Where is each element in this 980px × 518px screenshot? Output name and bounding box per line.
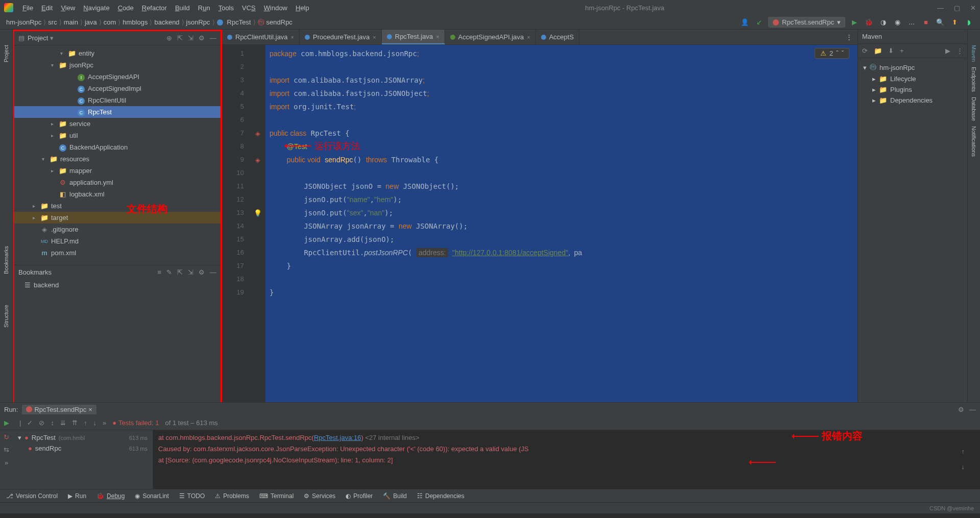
run-icon[interactable]: ▶: [945, 47, 950, 55]
main-menu[interactable]: File Edit View Navigate Code Refactor Bu…: [19, 3, 312, 13]
maximize-icon[interactable]: ▢: [954, 4, 960, 12]
tree-item[interactable]: ▾📁entity: [14, 47, 220, 59]
tree-item[interactable]: ◈.gitignore: [14, 224, 220, 235]
menu-file[interactable]: File: [19, 3, 36, 13]
menu-tools[interactable]: Tools: [215, 3, 237, 13]
maven-dependencies[interactable]: ▸📁Dependencies: [861, 95, 964, 106]
tree-item[interactable]: ▾📁jsonRpc: [14, 59, 220, 71]
bottom-tool-stripe[interactable]: ⎇Version Control▶Run🐞Debug◉SonarLint☰TOD…: [0, 489, 980, 502]
menu-vcs[interactable]: VCS: [239, 3, 259, 13]
bottom-tab-problems[interactable]: ⚠Problems: [215, 492, 249, 500]
menu-run[interactable]: Run: [195, 3, 213, 13]
collapse-all-icon[interactable]: ⇲: [188, 34, 193, 42]
collapse-icon[interactable]: ⇈: [72, 419, 78, 427]
collapse-icon[interactable]: ⇲: [188, 268, 193, 276]
more-tabs-icon[interactable]: ⋮: [841, 33, 857, 41]
tree-item[interactable]: ◧logback.xml: [14, 188, 220, 200]
close-icon[interactable]: ×: [88, 406, 92, 413]
run-class-icon[interactable]: ◈: [255, 130, 260, 137]
maven-toolbar[interactable]: ⟳ 📁 ⬇ + ▶ ⋮: [858, 44, 967, 58]
show-passed-icon[interactable]: ✓: [27, 419, 33, 427]
rerun-failed-icon[interactable]: ↻: [4, 433, 9, 441]
hide-icon[interactable]: —: [210, 34, 216, 42]
menu-window[interactable]: Window: [261, 3, 290, 13]
right-tool-stripe[interactable]: Maven Endpoints Database Notifications: [967, 30, 980, 402]
editor-tab[interactable]: ProcedureTest.java×: [300, 30, 382, 44]
menu-navigate[interactable]: Navigate: [80, 3, 112, 13]
bookmark-item[interactable]: ☰ backend: [14, 279, 220, 291]
tree-item[interactable]: ▸📁test: [14, 200, 220, 212]
hide-icon[interactable]: —: [969, 406, 976, 413]
breadcrumb-item[interactable]: java: [85, 18, 97, 26]
next-icon[interactable]: ↓: [93, 419, 96, 427]
tree-item[interactable]: ▸📁util: [14, 130, 220, 141]
run-configuration-select[interactable]: RpcTest.sendRpc ▾: [768, 17, 845, 28]
breadcrumb-item[interactable]: src: [48, 18, 57, 26]
tree-item[interactable]: ▸📁mapper: [14, 165, 220, 177]
breadcrumb-item[interactable]: RpcTest: [227, 18, 251, 26]
inspection-widget[interactable]: ⚠ 2 ˆ ˇ: [815, 48, 849, 59]
close-tab-icon[interactable]: ×: [527, 34, 530, 40]
close-tab-icon[interactable]: ×: [291, 34, 294, 40]
menu-help[interactable]: Help: [292, 3, 312, 13]
bottom-tab-debug[interactable]: 🐞Debug: [96, 492, 125, 500]
code-with-me-icon[interactable]: ◗: [964, 17, 974, 28]
bottom-tab-terminal[interactable]: ⌨Terminal: [259, 492, 293, 500]
run-button[interactable]: ▶: [849, 17, 860, 28]
breadcrumb-item[interactable]: main: [64, 18, 78, 26]
tree-item[interactable]: IAcceptSignedAPI: [14, 71, 220, 83]
test-method-node[interactable]: ● sendRpc 613 ms: [15, 443, 151, 454]
run-gutter[interactable]: ◈ ◈ 💡: [250, 45, 265, 402]
scroll-up-icon[interactable]: ↑: [962, 446, 965, 457]
bottom-tab-todo[interactable]: ☰TODO: [179, 492, 205, 500]
download-icon[interactable]: ⬇: [888, 47, 894, 55]
close-tab-icon[interactable]: ×: [436, 34, 439, 40]
stripe-database[interactable]: Database: [971, 97, 977, 121]
stripe-bookmarks[interactable]: Bookmarks: [3, 246, 9, 274]
tree-item[interactable]: CBackendApplication: [14, 141, 220, 153]
expand-icon[interactable]: ⇊: [60, 419, 66, 427]
generate-icon[interactable]: 📁: [874, 47, 882, 55]
maven-lifecycle[interactable]: ▸📁Lifecycle: [861, 73, 964, 84]
menu-code[interactable]: Code: [115, 3, 137, 13]
scroll-down-icon[interactable]: ↓: [962, 461, 965, 473]
gear-icon[interactable]: ⚙: [199, 268, 205, 276]
expand-all-icon[interactable]: ⇱: [177, 34, 183, 42]
show-ignored-icon[interactable]: ⊘: [39, 419, 44, 427]
code-editor[interactable]: 12345678910111213141516171819 ◈ ◈ 💡 pack…: [222, 45, 857, 402]
bulb-icon[interactable]: 💡: [254, 209, 262, 217]
stripe-project[interactable]: Project: [3, 45, 9, 62]
user-icon[interactable]: 👤: [740, 17, 750, 28]
reload-icon[interactable]: ⟳: [862, 47, 868, 55]
stripe-notifications[interactable]: Notifications: [971, 126, 977, 157]
stripe-structure[interactable]: Structure: [3, 305, 9, 328]
tree-item[interactable]: CRpcTest: [14, 106, 220, 118]
test-class-node[interactable]: ▾● RpcTest(com.hmbl 613 ms: [15, 432, 151, 443]
chevron-down-icon[interactable]: ˇ: [842, 50, 844, 57]
menu-refactor[interactable]: Refactor: [139, 3, 170, 13]
update-icon[interactable]: ↙: [754, 17, 764, 28]
attach-button[interactable]: …: [906, 17, 917, 28]
editor-tabs[interactable]: RpcClientUtil.java×ProcedureTest.java×Rp…: [222, 30, 857, 45]
editor-tab[interactable]: AcceptSignedAPI.java×: [445, 30, 536, 44]
run-tab[interactable]: RpcTest.sendRpc ×: [22, 405, 96, 414]
editor-tab[interactable]: RpcClientUtil.java×: [222, 30, 300, 44]
tree-item[interactable]: ▸📁target: [14, 212, 220, 224]
run-left-toolbar[interactable]: ↻ ⇆ »: [0, 430, 13, 489]
breadcrumb-item[interactable]: backend: [154, 18, 179, 26]
search-icon[interactable]: 🔍: [935, 17, 945, 28]
menu-view[interactable]: View: [58, 3, 78, 13]
maven-tree[interactable]: ▾ⓜhm-jsonRpc ▸📁Lifecycle ▸📁Plugins ▸📁Dep…: [858, 58, 967, 109]
select-opened-file-icon[interactable]: ⊕: [166, 34, 172, 42]
breadcrumb-item[interactable]: hmblogs: [122, 18, 148, 26]
bottom-tab-dependencies[interactable]: ☷Dependencies: [417, 492, 464, 500]
maven-root[interactable]: ▾ⓜhm-jsonRpc: [861, 61, 964, 73]
breadcrumb-item[interactable]: com: [104, 18, 116, 26]
bottom-tab-sonarlint[interactable]: ◉SonarLint: [135, 492, 168, 500]
bottom-tab-build[interactable]: 🔨Build: [383, 492, 407, 500]
bottom-tab-version-control[interactable]: ⎇Version Control: [6, 492, 58, 500]
prev-icon[interactable]: ↑: [84, 419, 87, 427]
tree-item[interactable]: CRpcClientUtil: [14, 94, 220, 106]
project-tree[interactable]: ▾📁entity▾📁jsonRpcIAcceptSignedAPICAccept…: [14, 45, 220, 265]
tree-item[interactable]: MDHELP.md: [14, 235, 220, 247]
